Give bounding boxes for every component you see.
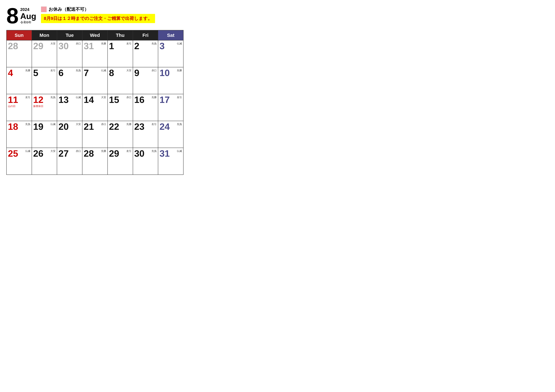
day-number: 10 <box>160 68 170 78</box>
rokuyou-label: 先勝 <box>126 122 131 126</box>
legend-color-box <box>41 7 47 12</box>
day-number: 7 <box>84 68 89 78</box>
day-number: 16 <box>134 95 145 104</box>
rokuyou-label: 赤口 <box>76 41 81 45</box>
calendar-row: 18先負19仏滅20大安21赤口22先勝23友引24先負 <box>7 121 183 148</box>
calendar-cell: 8大安 <box>108 67 133 94</box>
rokuyou-label: 大安 <box>51 41 56 45</box>
calendar-cell: 30先負 <box>133 148 158 175</box>
calendar-cell: 12先負振替休日 <box>32 94 57 121</box>
legend-text: お休み（配送不可） <box>49 6 89 12</box>
rokuyou-label: 先負 <box>152 149 157 153</box>
calendar-cell: 3仏滅 <box>158 40 183 67</box>
rokuyou-label: 先負 <box>76 68 81 72</box>
rokuyou-label: 赤口 <box>152 68 157 72</box>
rokuyou-label: 仏滅 <box>25 149 30 153</box>
weekday-header-row: Sun Mon Tue Wed Thu Fri Sat <box>7 30 183 40</box>
rokuyou-label: 先勝 <box>25 68 30 72</box>
rokuyou-label: 先勝 <box>152 95 157 99</box>
day-number: 28 <box>8 41 18 50</box>
calendar-cell: 22先勝 <box>108 121 133 148</box>
day-number: 2 <box>134 41 139 50</box>
day-number: 29 <box>33 41 44 50</box>
calendar-cell: 9赤口 <box>133 67 158 94</box>
day-number: 6 <box>58 68 63 78</box>
calendar-table: Sun Mon Tue Wed Thu Fri Sat 2829大安30赤口31… <box>6 30 183 175</box>
day-number: 30 <box>134 149 145 158</box>
notice-banner: 8月9日は１２時までのご注文・ご精算で出荷します。 <box>41 14 155 23</box>
day-number: 20 <box>58 122 69 131</box>
rokuyou-label: 大安 <box>76 122 81 126</box>
page-header: 8 2024 Aug 令和6年 お休み（配送不可） 8月9日は１２時までのご注文… <box>6 5 183 27</box>
calendar-cell: 19仏滅 <box>32 121 57 148</box>
day-number: 4 <box>8 68 13 78</box>
rokuyou-label: 仏滅 <box>51 122 56 126</box>
calendar-cell: 17友引 <box>158 94 183 121</box>
calendar-cell: 7仏滅 <box>82 67 108 94</box>
rokuyou-label: 大安 <box>101 95 106 99</box>
calendar-cell: 29友引 <box>108 148 133 175</box>
year-label: 2024 <box>20 7 36 12</box>
month-block: 8 2024 Aug 令和6年 <box>6 5 36 27</box>
day-number: 31 <box>84 41 94 50</box>
day-number: 29 <box>109 149 119 158</box>
day-number: 9 <box>134 68 139 78</box>
rokuyou-label: 先負 <box>177 122 182 126</box>
day-number: 11 <box>8 95 18 104</box>
rokuyou-label: 先負 <box>25 122 30 126</box>
calendar-cell: 13仏滅 <box>57 94 82 121</box>
calendar-cell: 29大安 <box>32 40 57 67</box>
rokuyou-label: 仏滅 <box>177 41 182 45</box>
rokuyou-label: 友引 <box>177 95 182 99</box>
reiwa-label: 令和6年 <box>20 20 36 24</box>
rokuyou-label: 赤口 <box>101 122 106 126</box>
rokuyou-label: 先負 <box>152 41 157 45</box>
day-number: 19 <box>33 122 44 131</box>
calendar-cell: 18先負 <box>7 121 32 148</box>
day-number: 27 <box>58 149 69 158</box>
calendar-row: 11友引山の日12先負振替休日13仏滅14大安15赤口16先勝17友引 <box>7 94 183 121</box>
day-number: 21 <box>84 122 94 131</box>
calendar-cell: 25仏滅 <box>7 148 32 175</box>
notice-text: 8月9日は１２時までのご注文・ご精算で出荷します。 <box>44 15 152 21</box>
header-fri: Fri <box>133 30 158 40</box>
header-mon: Mon <box>32 30 57 40</box>
calendar-row: 2829大安30赤口31先勝1友引2先負3仏滅 <box>7 40 183 67</box>
calendar-cell: 1友引 <box>108 40 133 67</box>
rokuyou-label: 友引 <box>51 68 56 72</box>
calendar-cell: 28先勝 <box>82 148 108 175</box>
rokuyou-label: 仏滅 <box>76 95 81 99</box>
rokuyou-label: 先負 <box>51 95 56 99</box>
rokuyou-label: 友引 <box>25 95 30 99</box>
day-number: 22 <box>109 122 119 131</box>
header-wed: Wed <box>82 30 108 40</box>
month-number: 8 <box>6 5 19 27</box>
calendar-cell: 28 <box>7 40 32 67</box>
calendar-cell: 10先勝 <box>158 67 183 94</box>
header-sat: Sat <box>158 30 183 40</box>
calendar-cell: 4先勝 <box>7 67 32 94</box>
day-number: 25 <box>8 149 18 158</box>
holiday-label: 振替休日 <box>33 105 56 108</box>
day-number: 1 <box>109 41 114 50</box>
rokuyou-label: 友引 <box>152 122 157 126</box>
day-number: 28 <box>84 149 94 158</box>
calendar-cell: 26大安 <box>32 148 57 175</box>
day-number: 8 <box>109 68 114 78</box>
calendar-cell: 15赤口 <box>108 94 133 121</box>
calendar-cell: 14大安 <box>82 94 108 121</box>
calendar-cell: 16先勝 <box>133 94 158 121</box>
calendar-cell: 27赤口 <box>57 148 82 175</box>
calendar-cell: 20大安 <box>57 121 82 148</box>
calendar-cell: 30赤口 <box>57 40 82 67</box>
calendar-row: 25仏滅26大安27赤口28先勝29友引30先負31仏滅 <box>7 148 183 175</box>
header-thu: Thu <box>108 30 133 40</box>
calendar-cell: 11友引山の日 <box>7 94 32 121</box>
holiday-label: 山の日 <box>8 105 30 108</box>
calendar-cell: 23友引 <box>133 121 158 148</box>
calendar-row: 4先勝5友引6先負7仏滅8大安9赤口10先勝 <box>7 67 183 94</box>
day-number: 18 <box>8 122 18 131</box>
rokuyou-label: 友引 <box>126 149 131 153</box>
day-number: 30 <box>58 41 69 50</box>
rokuyou-label: 赤口 <box>76 149 81 153</box>
